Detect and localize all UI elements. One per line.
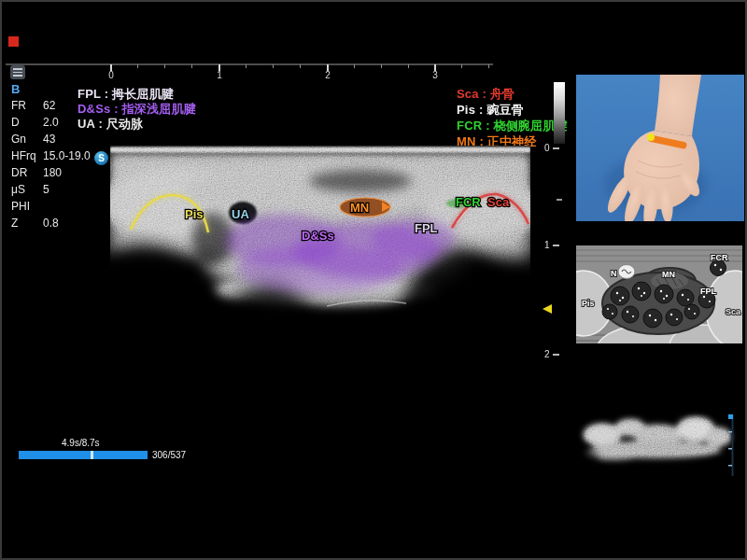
label-sca: Sca <box>487 195 510 209</box>
fcr-tendon <box>711 260 726 276</box>
mode-badge: B <box>11 82 20 96</box>
depth-halftick <box>557 199 562 201</box>
label-dss: D&Ss <box>302 229 334 243</box>
thumbnail-marker <box>728 414 733 419</box>
ruler-tick-1: 1 <box>213 70 226 80</box>
ruler-line <box>6 63 493 65</box>
cine-progress-bar[interactable] <box>19 451 148 459</box>
diagram-label-mn: MN <box>662 270 675 279</box>
cine-time: 4.9s/8.7s <box>62 438 100 448</box>
legend-right-fcr: FCR : 桡侧腕屈肌腱 <box>457 118 568 134</box>
cine-position-marker[interactable] <box>91 451 93 459</box>
cine-frame-counter: 306/537 <box>152 450 186 460</box>
grayscale-bar <box>554 82 565 144</box>
label-fcr: FCR <box>456 195 481 209</box>
label-mn: MN <box>350 201 369 215</box>
legend-right-pis: Pis : 豌豆骨 <box>457 102 524 119</box>
anatomy-diagram-thumbnail[interactable]: N Pis MN FCR FPL Sca <box>576 245 742 343</box>
vendor-logo: S <box>94 151 108 165</box>
ultrasound-app-screen: 0 1 2 3 B FR62 D2.0 Gn43 HFrq15.0-19.0 D… <box>0 0 747 560</box>
menu-icon[interactable] <box>10 65 25 79</box>
diagram-label-fpl: FPL <box>700 287 717 296</box>
label-ua: UA <box>232 207 249 221</box>
ruler-tick-2: 2 <box>321 70 334 80</box>
reference-ultrasound-thumbnail[interactable] <box>576 411 737 480</box>
bmode-image[interactable]: Pis UA MN D&Ss FPL FCR Sca <box>110 146 530 411</box>
label-pis: Pis <box>185 207 204 221</box>
ruler-tick-3: 3 <box>429 70 442 80</box>
focus-marker[interactable] <box>543 304 552 314</box>
depth-tick-1: 1 <box>544 240 559 250</box>
legend-right-sca: Sca : 舟骨 <box>457 86 514 103</box>
probe-orientation-dot <box>647 133 655 141</box>
diagram-label-n: N <box>611 269 617 278</box>
diagram-label-fcr: FCR <box>711 253 728 262</box>
diagram-label-pis: Pis <box>582 299 595 308</box>
probe-position-photo[interactable] <box>576 75 744 221</box>
diagram-label-sca: Sca <box>726 307 741 316</box>
ruler-tick-0: 0 <box>105 70 118 80</box>
depth-tick-0: 0 <box>544 143 559 153</box>
label-fpl: FPL <box>415 221 438 235</box>
record-indicator <box>8 36 19 47</box>
legend-left-ua: UA : 尺动脉 <box>78 116 143 133</box>
depth-tick-2: 2 <box>544 349 559 359</box>
